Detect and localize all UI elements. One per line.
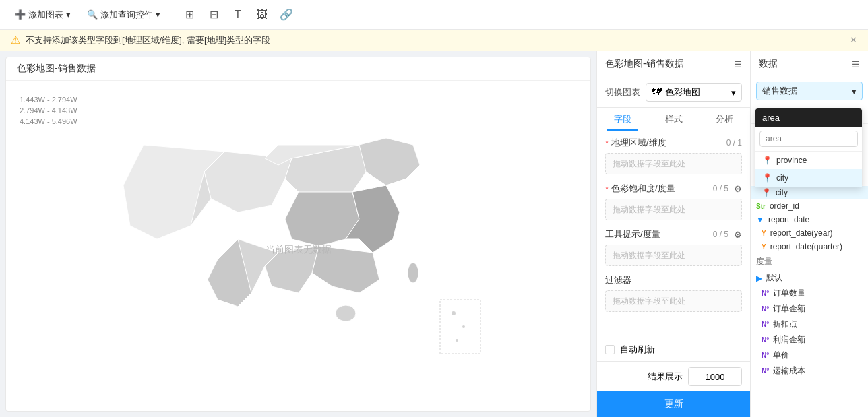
dropdown-search-input[interactable] (760, 131, 858, 147)
warning-bar: ⚠ 不支持添加该类型字段到[地理区域/维度], 需要[地理]类型的字段 ✕ (0, 30, 868, 51)
dropdown-label-province: province (776, 156, 807, 165)
field-section-filter-header: 过滤器 (605, 274, 742, 286)
tooltip-section-label: 工具提示/度量 (605, 228, 660, 240)
measure-item-order-amount[interactable]: N° 订单金额 (751, 301, 868, 317)
dim-item-city[interactable]: 📍 city (751, 186, 868, 199)
field-section-color-header: * 色彩饱和度/度量 0 / 5 ⚙ (605, 183, 742, 195)
measure-label-profit: 利润金额 (773, 334, 863, 346)
field-section-tooltip: 工具提示/度量 0 / 5 ⚙ 拖动数据字段至此处 (605, 228, 742, 266)
measure-label-order-amount: 订单金额 (773, 303, 863, 315)
chart-type-icon: 🗺 (652, 86, 662, 98)
data-panel-title: 数据 (759, 58, 778, 70)
svg-point-4 (408, 263, 418, 283)
tab-style[interactable]: 样式 (648, 108, 700, 131)
dropdown-loc-icon-province: 📍 (762, 156, 772, 165)
measure-item-shipping[interactable]: N° 运输成本 (751, 363, 868, 379)
dim-label-order-id: order_id (770, 201, 863, 211)
data-panel: 数据 ☰ 销售数据 ▾ 字段 ⓘ 🔍 ↻ + ≡ 维度 ⊞ area_层级结构 (750, 51, 868, 417)
svg-point-5 (336, 305, 356, 321)
num-icon-profit: N° (762, 336, 769, 344)
dim-item-order-id[interactable]: Str order_id (751, 199, 868, 213)
dim-item-report-date[interactable]: ▼ report_date (751, 213, 868, 226)
dropdown-label-city: city (776, 173, 788, 183)
toolbar-divider-1 (173, 8, 173, 22)
auto-refresh-label: 自动刷新 (620, 344, 655, 356)
geo-placeholder: 拖动数据字段至此处 (613, 158, 685, 170)
required-marker-1: * (605, 138, 609, 148)
measures-group-default[interactable]: ▶ 默认 (751, 270, 868, 286)
text-icon[interactable]: T (227, 4, 249, 26)
filter-placeholder: 拖动数据字段至此处 (613, 296, 685, 307)
loc-icon-city: 📍 (762, 188, 772, 197)
warning-close-icon[interactable]: ✕ (850, 35, 857, 45)
auto-refresh-checkbox[interactable] (605, 345, 615, 354)
measure-label-unit-price: 单价 (773, 350, 863, 361)
legend-item-1: 1.443W - 2.794W (20, 96, 78, 104)
add-query-button[interactable]: 🔍 添加查询控件 ▾ (80, 6, 167, 24)
dropdown-loc-icon-city: 📍 (762, 173, 772, 183)
color-section-label: 色彩饱和度/度量 (611, 183, 675, 195)
dropdown-item-province[interactable]: 📍 province (755, 152, 862, 169)
legend-item-2: 2.794W - 4.143W (20, 106, 78, 115)
result-input[interactable] (688, 367, 742, 386)
chart-area: 色彩地图-销售数据 1.443W - 2.794W 2.794W - 4.143… (5, 57, 591, 412)
data-panel-header: 数据 ☰ (751, 51, 868, 77)
link-icon[interactable]: 🔗 (276, 4, 297, 26)
svg-text:当前图表无数据: 当前图表无数据 (266, 244, 332, 255)
warning-icon: ⚠ (11, 34, 20, 46)
color-drop-zone[interactable]: 拖动数据字段至此处 (605, 199, 742, 220)
dim-label-city: city (776, 188, 863, 197)
measures-group-icon: ▶ (756, 274, 762, 283)
chart-type-select[interactable]: 🗺 色彩地图 ▾ (646, 83, 742, 102)
toolbar: ➕ 添加图表 ▾ 🔍 添加查询控件 ▾ ⊞ ⊟ T 🖼 🔗 (0, 0, 868, 30)
add-chart-chevron-icon: ▾ (66, 9, 71, 20)
dim-label-report-date: report_date (768, 215, 863, 224)
field-section-geo-header: * 地理区域/维度 0 / 1 (605, 137, 742, 149)
data-panel-menu-icon[interactable]: ☰ (852, 59, 860, 69)
measures-section-title: 度量 (751, 253, 868, 270)
geo-drop-zone[interactable]: 拖动数据字段至此处 (605, 153, 742, 174)
field-section-color: * 色彩饱和度/度量 0 / 5 ⚙ 拖动数据字段至此处 (605, 183, 742, 220)
y-icon-year: Y (762, 230, 766, 237)
grid-layout-icon[interactable]: ⊞ (179, 4, 200, 26)
chart-content: 1.443W - 2.794W 2.794W - 4.143W 4.143W -… (6, 81, 590, 411)
add-query-icon: 🔍 (87, 9, 98, 20)
map-legend: 1.443W - 2.794W 2.794W - 4.143W 4.143W -… (20, 94, 78, 127)
measure-label-order-qty: 订单数量 (773, 288, 863, 299)
dropdown-header: area (755, 108, 862, 127)
tooltip-placeholder: 拖动数据字段至此处 (613, 250, 685, 261)
dim-item-report-date-quarter[interactable]: Y report_date(quarter) (751, 240, 868, 253)
dropdown-item-city[interactable]: 📍 city (755, 169, 862, 187)
y-icon-quarter: Y (762, 243, 766, 251)
filter-drop-zone[interactable]: 拖动数据字段至此处 (605, 290, 742, 312)
tab-fields[interactable]: 字段 (597, 108, 648, 131)
color-placeholder: 拖动数据字段至此处 (613, 204, 685, 216)
tooltip-drop-zone[interactable]: 拖动数据字段至此处 (605, 245, 742, 266)
chart-type-selector: 切换图表 🗺 色彩地图 ▾ (597, 77, 750, 108)
measure-item-order-qty[interactable]: N° 订单数量 (751, 286, 868, 301)
update-button[interactable]: 更新 (597, 391, 750, 417)
color-section-settings-icon[interactable]: ⚙ (734, 184, 742, 194)
tab-analysis[interactable]: 分析 (699, 108, 750, 131)
svg-point-2 (462, 325, 465, 328)
result-label: 结果展示 (648, 371, 683, 383)
chart-title: 色彩地图-销售数据 (6, 57, 590, 81)
add-chart-label: 添加图表 (28, 9, 63, 21)
measure-item-unit-price[interactable]: N° 单价 (751, 348, 868, 363)
image-icon[interactable]: 🖼 (251, 4, 273, 26)
dropdown-search-section (755, 127, 862, 152)
add-chart-button[interactable]: ➕ 添加图表 ▾ (8, 6, 78, 24)
measure-item-discount[interactable]: N° 折扣点 (751, 317, 868, 332)
num-icon-order-amount: N° (762, 305, 769, 313)
measure-item-profit[interactable]: N° 利润金额 (751, 332, 868, 348)
fields-panel: 色彩地图-销售数据 ☰ 切换图表 🗺 色彩地图 ▾ 字段 样式 分析 * 地理区… (596, 51, 750, 417)
layout-icon[interactable]: ⊟ (203, 4, 224, 26)
legend-item-3: 4.143W - 5.496W (20, 117, 78, 125)
dim-item-report-date-year[interactable]: Y report_date(year) (751, 226, 868, 240)
result-section: 结果展示 (597, 361, 750, 391)
data-source-selector[interactable]: 销售数据 ▾ (756, 82, 863, 100)
num-icon-discount: N° (762, 321, 769, 328)
fields-panel-menu-icon[interactable]: ☰ (734, 59, 742, 69)
num-icon-unit-price: N° (762, 352, 769, 359)
tooltip-section-settings-icon[interactable]: ⚙ (734, 230, 742, 240)
